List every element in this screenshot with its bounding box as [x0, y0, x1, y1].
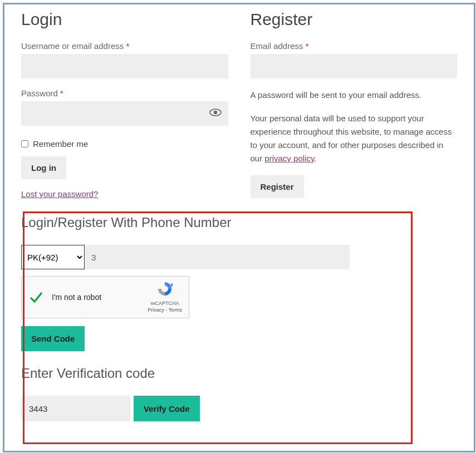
- reg-email-input[interactable]: [251, 54, 458, 78]
- checkmark-icon: [28, 289, 44, 305]
- recaptcha-widget[interactable]: I'm not a robot reCAPTCHA Privacy - Term…: [21, 276, 189, 318]
- privacy-link[interactable]: privacy policy: [264, 154, 314, 163]
- privacy-notice: Your personal data will be used to suppo…: [251, 112, 458, 165]
- login-title: Login: [21, 10, 228, 29]
- recaptcha-brand: reCAPTCHA Privacy - Terms: [148, 280, 182, 313]
- password-label: Password *: [21, 88, 228, 98]
- login-button[interactable]: Log in: [21, 156, 66, 179]
- reg-email-label: Email address *: [251, 41, 458, 51]
- country-code-select[interactable]: PK(+92): [21, 245, 85, 269]
- phone-input[interactable]: [85, 245, 350, 269]
- register-column: Register Email address * A password will…: [251, 10, 458, 199]
- pw-notice: A password will be sent to your email ad…: [251, 88, 458, 102]
- verification-code-input[interactable]: [21, 396, 130, 421]
- send-code-button[interactable]: Send Code: [21, 326, 85, 351]
- verify-code-button[interactable]: Verify Code: [134, 396, 200, 421]
- phone-title: Login/Register With Phone Number: [21, 215, 457, 230]
- register-title: Register: [251, 10, 458, 29]
- eye-icon[interactable]: [209, 108, 222, 120]
- lost-password-link[interactable]: Lost your password?: [21, 189, 98, 199]
- remember-label: Remember me: [33, 139, 88, 149]
- username-label: Username or email address *: [21, 41, 228, 51]
- svg-point-1: [213, 111, 217, 114]
- register-button[interactable]: Register: [251, 175, 304, 198]
- username-input[interactable]: [21, 54, 228, 78]
- verify-title: Enter Verification code: [21, 366, 457, 381]
- remember-row[interactable]: Remember me: [21, 139, 228, 149]
- recaptcha-label: I'm not a robot: [52, 293, 148, 302]
- login-column: Login Username or email address * Passwo…: [21, 10, 228, 199]
- password-input[interactable]: [21, 101, 228, 126]
- remember-checkbox[interactable]: [21, 140, 28, 147]
- phone-auth-section: Login/Register With Phone Number PK(+92)…: [21, 215, 457, 421]
- recaptcha-icon: [156, 280, 174, 297]
